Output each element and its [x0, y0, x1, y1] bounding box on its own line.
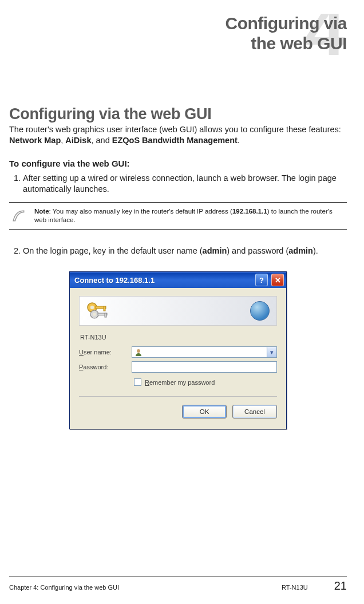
svg-point-5: [93, 313, 96, 316]
section-title: Configuring via the web GUI: [9, 105, 347, 123]
dialog-titlebar: Connect to 192.168.1.1 ? ✕: [70, 272, 286, 288]
device-label: RT-N13U: [80, 334, 277, 341]
ok-button[interactable]: OK: [182, 405, 227, 419]
feature-network-map: Network Map: [9, 136, 61, 145]
username-input[interactable]: ▾: [132, 346, 277, 358]
chevron-down-icon[interactable]: ▾: [267, 347, 276, 357]
footer-model: RT-N13U: [282, 584, 308, 591]
page-footer: Chapter 4: Configuring via the web GUI R…: [9, 577, 347, 593]
globe-icon: [250, 301, 270, 321]
svg-point-1: [90, 306, 94, 309]
chapter-header: 4 Configuring via the web GUI: [9, 14, 347, 65]
remember-checkbox[interactable]: [134, 378, 141, 386]
howto-heading: To configure via the web GUI:: [9, 159, 347, 168]
close-button[interactable]: ✕: [271, 274, 284, 286]
username-label: User name:: [79, 349, 132, 356]
password-label: Password:: [79, 364, 132, 370]
cancel-button[interactable]: Cancel: [232, 405, 277, 419]
note-text: Note: You may also manually key in the r…: [34, 207, 343, 224]
note-label: Note: [34, 208, 49, 215]
default-password: admin: [288, 246, 313, 255]
feature-aidisk: AiDisk: [65, 136, 91, 145]
remember-row: Remember my password: [134, 378, 277, 386]
note-ip: 192.168.1.1: [232, 208, 267, 215]
dialog-footer: OK Cancel: [79, 396, 277, 419]
password-input[interactable]: [132, 361, 277, 373]
keys-icon: [85, 299, 112, 322]
note-icon: [11, 208, 26, 223]
section-intro: The router's web graphics user interface…: [9, 124, 347, 146]
remember-label: Remember my password: [145, 379, 215, 386]
svg-rect-3: [104, 306, 105, 311]
help-button[interactable]: ?: [255, 274, 268, 286]
login-dialog-illustration: Connect to 192.168.1.1 ? ✕: [69, 271, 287, 429]
note-box: Note: You may also manually key in the r…: [9, 202, 347, 230]
username-row: User name: ▾: [79, 346, 277, 358]
svg-rect-7: [105, 313, 106, 317]
svg-point-8: [137, 349, 140, 353]
password-row: Password:: [79, 361, 277, 373]
user-icon: [134, 348, 143, 356]
chapter-title: Configuring via the web GUI: [9, 14, 347, 53]
dialog-title: Connect to 192.168.1.1: [74, 276, 252, 285]
default-username: admin: [203, 246, 227, 255]
intro-text-prefix: The router's web graphics user interface…: [9, 125, 341, 134]
footer-page-number: 21: [334, 579, 347, 593]
howto-steps-cont: On the login page, key in the default us…: [9, 246, 347, 256]
howto-steps: After setting up a wired or wireless con…: [9, 173, 347, 195]
step-2: On the login page, key in the default us…: [23, 246, 347, 256]
dialog-banner: [79, 296, 277, 326]
chapter-title-line2: the web GUI: [251, 34, 347, 53]
footer-chapter: Chapter 4: Configuring via the web GUI: [9, 584, 282, 591]
step-1: After setting up a wired or wireless con…: [23, 173, 347, 195]
chapter-title-line1: Configuring via: [225, 14, 347, 33]
feature-ezqos: EZQoS Bandwidth Management: [112, 136, 238, 145]
